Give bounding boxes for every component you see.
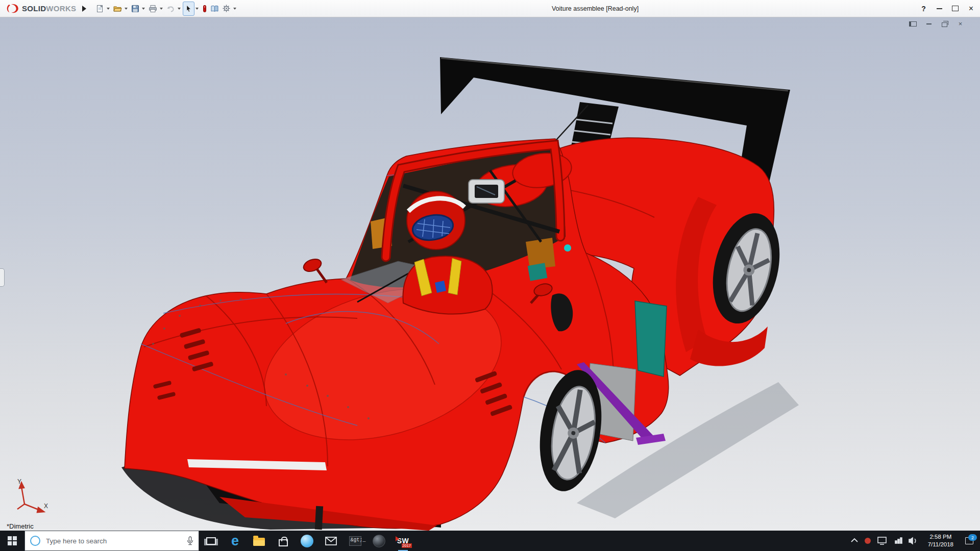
new-dropdown-caret[interactable]	[107, 8, 110, 10]
app-mail[interactable]	[319, 531, 343, 551]
edge-icon: e	[231, 534, 239, 548]
tray-display-icon	[878, 537, 886, 544]
brand-works: WORKS	[46, 4, 76, 13]
command-prompt-icon: &gt;_	[349, 536, 361, 546]
taskbar: e &gt;_ SW 2017	[0, 531, 980, 551]
brand-name: SOLIDWORKS	[22, 4, 76, 13]
mail-icon	[325, 537, 337, 545]
select-arrow-icon	[185, 5, 192, 13]
brand-solid: SOLID	[22, 4, 46, 13]
skype-icon	[301, 535, 313, 547]
open-folder-icon	[113, 5, 122, 13]
settings-button[interactable]	[220, 2, 232, 15]
windows-logo-icon	[8, 536, 17, 545]
view-orientation-label: *Dimetric	[7, 522, 34, 530]
doc-close-button[interactable]: ×	[956, 20, 965, 28]
menu-expander-icon[interactable]	[82, 6, 86, 12]
doc-minimize-button[interactable]	[924, 20, 933, 28]
window-controls: ? ×	[916, 0, 979, 17]
undo-button[interactable]	[165, 2, 177, 15]
select-tool-button[interactable]	[183, 2, 194, 16]
gear-icon	[222, 4, 231, 13]
print-dropdown-caret[interactable]	[160, 8, 163, 10]
save-button[interactable]	[130, 2, 141, 15]
doc-restore-icon	[942, 22, 947, 27]
triad-y-label: Y	[17, 479, 21, 485]
task-view-button[interactable]	[199, 531, 223, 551]
maximize-button[interactable]	[947, 0, 963, 17]
print-icon	[149, 5, 157, 13]
cortana-icon	[30, 536, 40, 546]
rearview-mirror[interactable]	[469, 180, 504, 203]
start-button[interactable]	[0, 531, 24, 551]
tray-network-icon	[895, 538, 902, 543]
app-file-explorer[interactable]	[247, 531, 271, 551]
new-document-icon	[96, 5, 104, 13]
app-store[interactable]	[271, 531, 295, 551]
help-button[interactable]: ?	[916, 0, 932, 17]
side-mirror-left[interactable]	[302, 257, 327, 283]
new-document-button[interactable]	[94, 2, 106, 15]
app-steam[interactable]	[367, 531, 391, 551]
system-tray: 2:58 PM 7/11/2018 2	[848, 531, 980, 551]
save-icon	[131, 5, 139, 13]
dock-icon	[909, 21, 917, 27]
solidworks-logo: SOLIDWORKS	[0, 4, 80, 14]
dock-window-button[interactable]	[909, 20, 917, 28]
doc-minimize-icon	[926, 23, 932, 24]
open-dropdown-caret[interactable]	[125, 8, 128, 10]
tray-red-app-icon	[865, 538, 871, 544]
window-title: Voiture assemblee [Read-only]	[552, 5, 639, 12]
ds-logo-icon	[5, 4, 19, 14]
file-explorer-icon	[253, 538, 265, 546]
search-input[interactable]	[45, 537, 182, 545]
close-button[interactable]: ×	[963, 0, 979, 17]
action-center-button[interactable]: 2	[959, 531, 980, 551]
taskbar-search[interactable]	[24, 531, 199, 551]
orientation-triad: Y X	[8, 479, 49, 516]
microphone-icon[interactable]	[186, 536, 194, 546]
titlebar: SOLIDWORKS	[0, 0, 980, 17]
app-solidworks-2017[interactable]: SW 2017	[391, 531, 415, 551]
performance-icon	[202, 5, 207, 13]
steam-icon	[373, 535, 385, 547]
minimize-icon	[937, 8, 942, 9]
car-model[interactable]	[0, 17, 980, 531]
clock-date: 7/11/2018	[928, 541, 953, 548]
solidworks-icon: SW 2017	[395, 534, 411, 548]
maximize-icon	[952, 6, 959, 11]
settings-dropdown-caret[interactable]	[233, 8, 236, 10]
triad-x-label: X	[44, 503, 48, 510]
store-icon	[279, 539, 288, 546]
panel-flyout-handle[interactable]	[0, 268, 5, 287]
tray-icons[interactable]	[848, 534, 925, 547]
app-skype[interactable]	[295, 531, 319, 551]
save-dropdown-caret[interactable]	[142, 8, 145, 10]
task-view-icon	[206, 537, 216, 545]
minimize-button[interactable]	[932, 0, 947, 17]
document-window-controls: ×	[909, 20, 965, 28]
options-book-button[interactable]	[209, 2, 220, 15]
tray-expand-icon	[851, 539, 857, 542]
quick-toolbar	[94, 2, 238, 16]
open-document-button[interactable]	[112, 2, 124, 15]
select-dropdown-caret[interactable]	[195, 8, 199, 10]
undo-icon	[166, 5, 175, 13]
app-edge[interactable]: e	[223, 531, 247, 551]
clock-time: 2:58 PM	[928, 533, 953, 541]
print-button[interactable]	[147, 2, 159, 15]
taskbar-clock[interactable]: 2:58 PM 7/11/2018	[925, 533, 959, 548]
options-book-icon	[210, 5, 219, 13]
app-command-prompt[interactable]: &gt;_	[343, 531, 367, 551]
graphics-viewport[interactable]: × Y X *Dimetric	[0, 17, 980, 531]
doc-restore-button[interactable]	[940, 20, 949, 28]
tray-volume-icon	[909, 538, 916, 544]
performance-button[interactable]	[201, 2, 209, 15]
undo-dropdown-caret[interactable]	[178, 8, 181, 10]
notification-badge: 2	[968, 534, 977, 541]
